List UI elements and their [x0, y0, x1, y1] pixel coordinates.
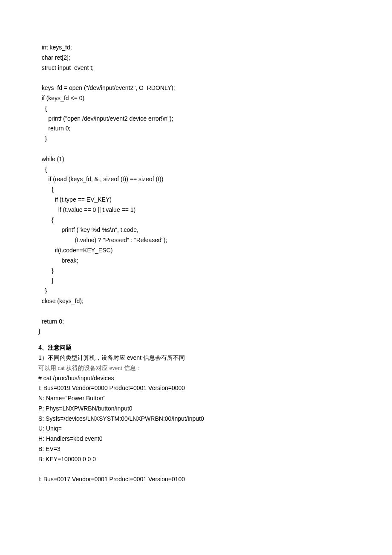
code-block: int keys_fd; char ret[2]; struct input_e…	[38, 43, 354, 337]
section-heading-4: 4、注意问题	[38, 343, 354, 353]
document-page: int keys_fd; char ret[2]; struct input_e…	[0, 0, 392, 555]
devices-output-block: # cat /proc/bus/input/devices I: Bus=001…	[38, 373, 354, 485]
note-line-1: 1）不同的类型计算机，设备对应 event 信息会有所不同	[38, 353, 354, 363]
note-line-2: 可以用 cat 获得的设备对应 event 信息：	[38, 363, 354, 373]
